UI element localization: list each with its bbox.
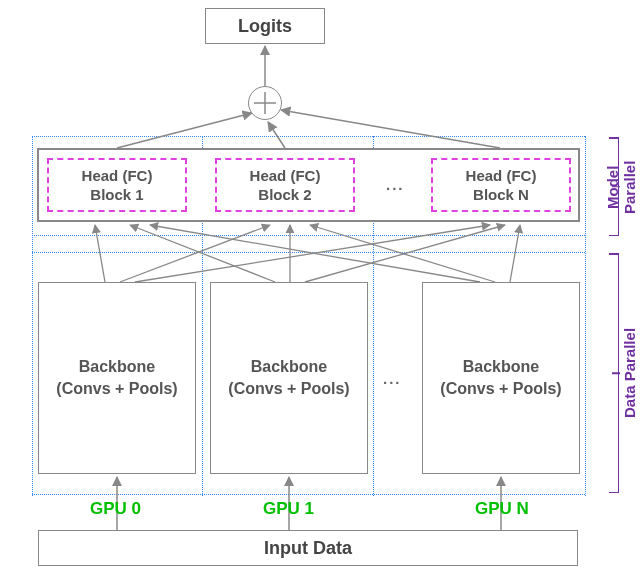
svg-line-9: [305, 225, 505, 282]
heads-ellipsis: ...: [386, 176, 405, 193]
svg-line-2: [268, 122, 285, 148]
gpu-label-1: GPU 1: [263, 499, 314, 519]
backbone-label: Backbone (Convs + Pools): [440, 356, 561, 399]
svg-line-1: [117, 113, 252, 148]
svg-line-5: [120, 225, 270, 282]
backbone-0: Backbone (Convs + Pools): [38, 282, 196, 474]
backbone-label: Backbone (Convs + Pools): [228, 356, 349, 399]
svg-line-6: [135, 225, 490, 282]
input-data-label: Input Data: [264, 538, 352, 559]
backbone-n: Backbone (Convs + Pools): [422, 282, 580, 474]
data-parallel-brace: [603, 253, 619, 493]
svg-line-10: [150, 225, 480, 282]
head-block-line2: Block N: [473, 185, 529, 205]
head-block-1: Head (FC) Block 1: [47, 158, 187, 212]
head-block-line1: Head (FC): [250, 166, 321, 186]
gpu-label-n: GPU N: [475, 499, 529, 519]
head-block-line1: Head (FC): [82, 166, 153, 186]
gpu-col-divider: [585, 136, 586, 496]
sum-node: [248, 86, 282, 120]
backbone-label: Backbone (Convs + Pools): [56, 356, 177, 399]
head-block-line2: Block 2: [258, 185, 311, 205]
svg-line-11: [310, 225, 495, 282]
data-parallel-label: Data Parallel: [621, 253, 638, 493]
region-divider: [32, 136, 585, 137]
backbone-1: Backbone (Convs + Pools): [210, 282, 368, 474]
head-block-2: Head (FC) Block 2: [215, 158, 355, 212]
gpu-col-divider: [32, 136, 33, 496]
svg-line-4: [95, 225, 105, 282]
gpu-label-0: GPU 0: [90, 499, 141, 519]
model-parallel-label: Model Parallel: [604, 138, 638, 236]
head-block-line2: Block 1: [90, 185, 143, 205]
logits-label: Logits: [238, 16, 292, 37]
head-block-n: Head (FC) Block N: [431, 158, 571, 212]
head-block-line1: Head (FC): [466, 166, 537, 186]
backbone-ellipsis: ...: [383, 370, 402, 387]
logits-box: Logits: [205, 8, 325, 44]
svg-line-3: [281, 110, 500, 148]
region-divider: [32, 252, 585, 253]
input-data-box: Input Data: [38, 530, 578, 566]
region-divider: [32, 494, 585, 495]
svg-line-12: [510, 225, 520, 282]
region-divider: [32, 235, 585, 236]
plus-icon: [250, 88, 280, 118]
